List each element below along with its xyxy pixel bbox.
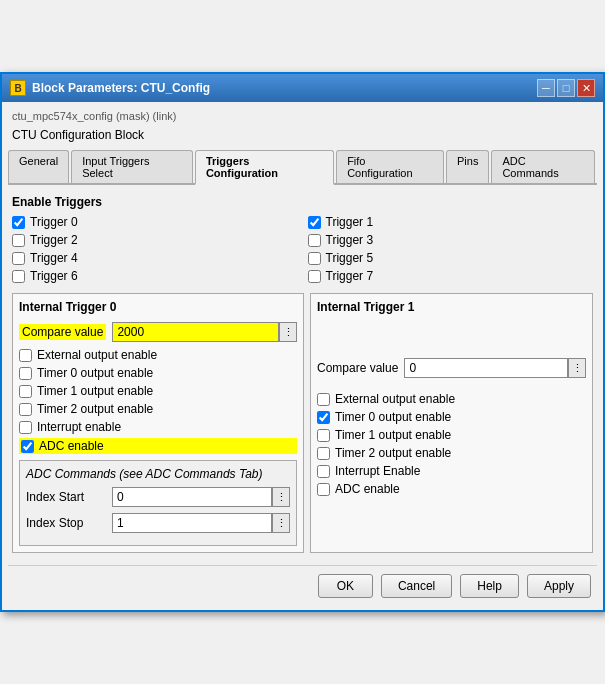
trigger-0-label: Trigger 0 bbox=[30, 215, 78, 229]
trigger-1-checkbox[interactable] bbox=[308, 216, 321, 229]
triggers-grid: Trigger 0 Trigger 1 Trigger 2 Trigger 3 … bbox=[12, 215, 593, 283]
compare-value-1-input[interactable] bbox=[404, 358, 568, 378]
trigger-7-checkbox[interactable] bbox=[308, 270, 321, 283]
internal-trigger-0-title: Internal Trigger 0 bbox=[19, 300, 297, 314]
timer0-output-enable-1-row: Timer 0 output enable bbox=[317, 410, 586, 424]
adc-commands-subpanel: ADC Commands (see ADC Commands Tab) Inde… bbox=[19, 460, 297, 546]
timer1-output-enable-1-checkbox[interactable] bbox=[317, 429, 330, 442]
compare-value-0-label: Compare value bbox=[19, 324, 106, 340]
trigger-6-checkbox[interactable] bbox=[12, 270, 25, 283]
timer1-output-enable-0-row: Timer 1 output enable bbox=[19, 384, 297, 398]
minimize-button[interactable]: ─ bbox=[537, 79, 555, 97]
compare-value-1-row: Compare value ⋮ bbox=[317, 358, 586, 378]
compare-value-0-input[interactable] bbox=[112, 322, 279, 342]
trigger-5-row: Trigger 5 bbox=[308, 251, 594, 265]
two-panel: Internal Trigger 0 Compare value ⋮ Exter… bbox=[12, 293, 593, 553]
timer2-output-enable-1-checkbox[interactable] bbox=[317, 447, 330, 460]
index-stop-row: Index Stop ⋮ bbox=[26, 513, 290, 533]
tabs-bar: General Input Triggers Select Triggers C… bbox=[8, 150, 597, 185]
trigger-7-row: Trigger 7 bbox=[308, 269, 594, 283]
timer2-output-enable-0-checkbox[interactable] bbox=[19, 403, 32, 416]
index-start-input[interactable] bbox=[112, 487, 272, 507]
trigger-3-row: Trigger 3 bbox=[308, 233, 594, 247]
internal-trigger-1-panel: Internal Trigger 1 Compare value ⋮ Exter… bbox=[310, 293, 593, 553]
compare-value-1-wrapper: ⋮ bbox=[404, 358, 586, 378]
interrupt-enable-0-checkbox[interactable] bbox=[19, 421, 32, 434]
index-start-ellipsis[interactable]: ⋮ bbox=[272, 487, 290, 507]
index-stop-input[interactable] bbox=[112, 513, 272, 533]
index-stop-label: Index Stop bbox=[26, 516, 106, 530]
trigger-1-row: Trigger 1 bbox=[308, 215, 594, 229]
trigger-4-row: Trigger 4 bbox=[12, 251, 298, 265]
timer1-output-enable-1-row: Timer 1 output enable bbox=[317, 428, 586, 442]
main-window: B Block Parameters: CTU_Config ─ □ ✕ ctu… bbox=[0, 72, 605, 612]
trigger-0-checkbox[interactable] bbox=[12, 216, 25, 229]
title-controls: ─ □ ✕ bbox=[537, 79, 595, 97]
subtitle1: ctu_mpc574x_config (mask) (link) bbox=[8, 108, 597, 124]
timer2-output-enable-0-row: Timer 2 output enable bbox=[19, 402, 297, 416]
trigger-7-label: Trigger 7 bbox=[326, 269, 374, 283]
title-bar-left: B Block Parameters: CTU_Config bbox=[10, 80, 210, 96]
compare-value-1-ellipsis[interactable]: ⋮ bbox=[568, 358, 586, 378]
adc-enable-1-checkbox[interactable] bbox=[317, 483, 330, 496]
trigger-4-checkbox[interactable] bbox=[12, 252, 25, 265]
close-button[interactable]: ✕ bbox=[577, 79, 595, 97]
external-output-enable-1-label: External output enable bbox=[335, 392, 455, 406]
compare-value-0-wrapper: ⋮ bbox=[112, 322, 297, 342]
adc-enable-0-label: ADC enable bbox=[39, 439, 104, 453]
timer0-output-enable-0-row: Timer 0 output enable bbox=[19, 366, 297, 380]
trigger-3-checkbox[interactable] bbox=[308, 234, 321, 247]
bottom-buttons: OK Cancel Help Apply bbox=[8, 565, 597, 604]
index-stop-wrapper: ⋮ bbox=[112, 513, 290, 533]
content-area: Enable Triggers Trigger 0 Trigger 1 Trig… bbox=[8, 191, 597, 557]
timer0-output-enable-0-label: Timer 0 output enable bbox=[37, 366, 153, 380]
interrupt-enable-1-row: Interrupt Enable bbox=[317, 464, 586, 478]
timer0-output-enable-1-checkbox[interactable] bbox=[317, 411, 330, 424]
external-output-enable-1-row: External output enable bbox=[317, 392, 586, 406]
external-output-enable-0-label: External output enable bbox=[37, 348, 157, 362]
internal-trigger-0-panel: Internal Trigger 0 Compare value ⋮ Exter… bbox=[12, 293, 304, 553]
tab-pins[interactable]: Pins bbox=[446, 150, 489, 183]
internal-trigger-1-title: Internal Trigger 1 bbox=[317, 300, 586, 314]
tab-general[interactable]: General bbox=[8, 150, 69, 183]
ok-button[interactable]: OK bbox=[318, 574, 373, 598]
compare-value-0-row: Compare value ⋮ bbox=[19, 322, 297, 342]
tab-fifo-configuration[interactable]: Fifo Configuration bbox=[336, 150, 444, 183]
external-output-enable-1-checkbox[interactable] bbox=[317, 393, 330, 406]
maximize-button[interactable]: □ bbox=[557, 79, 575, 97]
tab-input-triggers-select[interactable]: Input Triggers Select bbox=[71, 150, 193, 183]
trigger-4-label: Trigger 4 bbox=[30, 251, 78, 265]
trigger-1-label: Trigger 1 bbox=[326, 215, 374, 229]
index-start-label: Index Start bbox=[26, 490, 106, 504]
interrupt-enable-1-checkbox[interactable] bbox=[317, 465, 330, 478]
trigger-3-label: Trigger 3 bbox=[326, 233, 374, 247]
trigger-2-checkbox[interactable] bbox=[12, 234, 25, 247]
trigger-2-row: Trigger 2 bbox=[12, 233, 298, 247]
tab-triggers-configuration[interactable]: Triggers Configuration bbox=[195, 150, 334, 185]
trigger-5-checkbox[interactable] bbox=[308, 252, 321, 265]
adc-enable-1-row: ADC enable bbox=[317, 482, 586, 496]
adc-enable-0-row: ADC enable bbox=[19, 438, 297, 454]
cancel-button[interactable]: Cancel bbox=[381, 574, 452, 598]
timer2-output-enable-1-row: Timer 2 output enable bbox=[317, 446, 586, 460]
compare-value-0-ellipsis[interactable]: ⋮ bbox=[279, 322, 297, 342]
apply-button[interactable]: Apply bbox=[527, 574, 591, 598]
timer2-output-enable-0-label: Timer 2 output enable bbox=[37, 402, 153, 416]
help-button[interactable]: Help bbox=[460, 574, 519, 598]
tab-adc-commands[interactable]: ADC Commands bbox=[491, 150, 595, 183]
index-start-row: Index Start ⋮ bbox=[26, 487, 290, 507]
timer1-output-enable-1-label: Timer 1 output enable bbox=[335, 428, 451, 442]
external-output-enable-0-row: External output enable bbox=[19, 348, 297, 362]
interrupt-enable-1-label: Interrupt Enable bbox=[335, 464, 420, 478]
adc-enable-1-label: ADC enable bbox=[335, 482, 400, 496]
enable-triggers-label: Enable Triggers bbox=[12, 195, 593, 209]
external-output-enable-0-checkbox[interactable] bbox=[19, 349, 32, 362]
timer1-output-enable-0-checkbox[interactable] bbox=[19, 385, 32, 398]
adc-enable-0-checkbox[interactable] bbox=[21, 440, 34, 453]
index-stop-ellipsis[interactable]: ⋮ bbox=[272, 513, 290, 533]
window-body: ctu_mpc574x_config (mask) (link) CTU Con… bbox=[2, 102, 603, 610]
trigger-2-label: Trigger 2 bbox=[30, 233, 78, 247]
window-icon: B bbox=[10, 80, 26, 96]
timer0-output-enable-0-checkbox[interactable] bbox=[19, 367, 32, 380]
trigger-6-label: Trigger 6 bbox=[30, 269, 78, 283]
